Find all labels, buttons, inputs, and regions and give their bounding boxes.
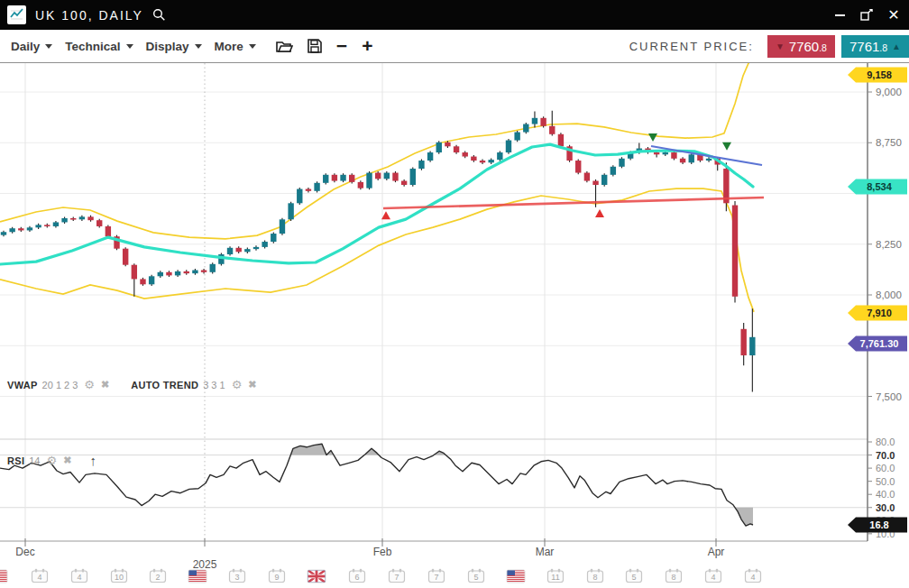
calendar-event-icon[interactable]: 7 bbox=[390, 569, 405, 583]
save-icon[interactable] bbox=[308, 39, 322, 53]
sell-price-value: 7760 bbox=[789, 35, 819, 58]
uk-flag-icon[interactable] bbox=[308, 570, 326, 583]
zoom-out-icon[interactable]: − bbox=[336, 37, 347, 55]
rsi-tick-label: 80.0 bbox=[876, 436, 895, 447]
candle bbox=[427, 152, 433, 161]
candle bbox=[1, 232, 6, 234]
svg-text:6: 6 bbox=[354, 573, 359, 582]
candle bbox=[340, 175, 345, 181]
menu-technical[interactable]: Technical bbox=[65, 40, 133, 53]
us-flag-icon[interactable] bbox=[188, 570, 207, 583]
svg-text:8: 8 bbox=[671, 573, 675, 582]
menu-more[interactable]: More bbox=[215, 40, 256, 53]
rsi-extreme-fill bbox=[364, 448, 379, 455]
rsi-tick-label: 30.0 bbox=[876, 502, 895, 513]
svg-text:7,910: 7,910 bbox=[867, 308, 892, 318]
title-bar: UK 100, DAILY ✕ bbox=[0, 0, 909, 30]
candle bbox=[70, 218, 76, 220]
candle bbox=[314, 183, 319, 191]
candle bbox=[523, 124, 528, 133]
candle bbox=[201, 271, 207, 272]
candle bbox=[366, 173, 372, 188]
calendar-event-icon[interactable]: 9 bbox=[270, 569, 285, 583]
chart-area[interactable]: 9,0008,7508,2508,0007,50080.070.060.050.… bbox=[0, 63, 909, 588]
candle bbox=[210, 264, 216, 272]
close-icon[interactable]: ✖ bbox=[101, 379, 109, 390]
price-tag: 9,158 bbox=[848, 68, 907, 83]
calendar-event-icon[interactable]: 11 bbox=[548, 569, 564, 583]
svg-text:9,158: 9,158 bbox=[867, 69, 892, 80]
price-tick-label: 8,250 bbox=[876, 239, 902, 250]
current-price-label: CURRENT PRICE: bbox=[629, 40, 754, 53]
auto-trend-params: 3 3 1 bbox=[203, 380, 225, 390]
candle bbox=[445, 142, 450, 147]
price-tick-label: 9,000 bbox=[876, 87, 902, 97]
candle bbox=[297, 189, 302, 204]
calendar-event-icon[interactable]: 2 bbox=[151, 569, 166, 583]
calendar-event-icon[interactable]: 5 bbox=[627, 569, 642, 583]
trading-app-window: UK 100, DAILY ✕ Daily Technical Display bbox=[0, 0, 909, 588]
zoom-in-icon[interactable]: + bbox=[362, 37, 372, 55]
us-flag-icon[interactable] bbox=[507, 570, 525, 583]
gear-icon[interactable]: ⚙ bbox=[232, 378, 243, 391]
calendar-event-icon[interactable]: 4 bbox=[72, 569, 87, 583]
price-tick-label: 8,000 bbox=[876, 289, 902, 300]
price-chart[interactable]: 9,0008,7508,2508,0007,50080.070.060.050.… bbox=[0, 63, 909, 588]
calendar-event-icon[interactable]: 3 bbox=[230, 569, 245, 583]
svg-text:7,761.30: 7,761.30 bbox=[860, 338, 899, 349]
gear-icon[interactable]: ⚙ bbox=[47, 454, 58, 467]
us-flag-icon[interactable] bbox=[0, 570, 7, 583]
calendar-event-icon[interactable]: 7 bbox=[429, 569, 445, 583]
svg-text:2: 2 bbox=[155, 573, 160, 582]
calendar-event-icon[interactable]: 5 bbox=[469, 569, 484, 583]
calendar-event-icon[interactable]: 10 bbox=[112, 569, 127, 583]
close-icon[interactable]: ✖ bbox=[63, 455, 71, 466]
month-label: Feb bbox=[373, 546, 392, 558]
candle bbox=[654, 152, 659, 154]
gear-icon[interactable]: ⚙ bbox=[84, 378, 95, 391]
popout-button[interactable] bbox=[855, 5, 878, 25]
minimize-button[interactable] bbox=[828, 5, 851, 25]
arrow-down-icon: ▼ bbox=[776, 35, 785, 58]
candle bbox=[27, 227, 32, 230]
time-axis: Dec2025FebMarApr bbox=[15, 538, 724, 571]
calendar-event-icon[interactable]: 4 bbox=[746, 569, 761, 583]
buy-price-button[interactable]: 7761 .8 ▲ bbox=[841, 35, 909, 58]
trend-down-marker bbox=[648, 133, 657, 142]
price-tick-label: 7,500 bbox=[876, 391, 902, 402]
rsi-tick-label: 60.0 bbox=[876, 463, 895, 473]
candle bbox=[35, 225, 41, 227]
candle bbox=[227, 248, 233, 254]
menu-display[interactable]: Display bbox=[146, 40, 202, 53]
candle bbox=[358, 182, 363, 188]
candle bbox=[158, 272, 163, 277]
sell-price-button[interactable]: ▼ 7760 .8 bbox=[767, 35, 835, 58]
rsi-tick-label: 40.0 bbox=[876, 489, 895, 500]
svg-text:7: 7 bbox=[434, 573, 438, 582]
month-label: Apr bbox=[708, 546, 725, 558]
candle bbox=[706, 159, 712, 161]
candle bbox=[323, 175, 328, 183]
svg-text:10: 10 bbox=[115, 573, 124, 582]
calendar-event-icon[interactable]: 8 bbox=[588, 569, 603, 583]
open-folder-icon[interactable] bbox=[276, 40, 293, 53]
expand-arrow-icon[interactable]: ↑ bbox=[89, 453, 96, 468]
candle bbox=[244, 249, 250, 252]
calendar-event-icon[interactable]: 8 bbox=[666, 569, 682, 583]
close-icon[interactable]: ✖ bbox=[248, 379, 256, 390]
search-icon[interactable] bbox=[152, 8, 166, 22]
close-button[interactable]: ✕ bbox=[882, 5, 905, 25]
candle bbox=[288, 203, 293, 219]
resistance-trendline bbox=[651, 146, 762, 165]
candle bbox=[96, 220, 102, 226]
menu-daily[interactable]: Daily bbox=[11, 40, 52, 53]
candle bbox=[418, 161, 424, 169]
calendar-event-icon[interactable]: 6 bbox=[350, 569, 365, 583]
calendar-event-icon[interactable]: 4 bbox=[32, 569, 48, 583]
candle bbox=[79, 216, 85, 219]
chart-toolbar: Daily Technical Display More bbox=[0, 30, 909, 63]
calendar-event-icon[interactable]: 4 bbox=[706, 569, 721, 583]
vwap-params: 20 1 2 3 bbox=[42, 380, 78, 390]
candle bbox=[175, 271, 180, 276]
svg-text:8: 8 bbox=[592, 573, 597, 582]
